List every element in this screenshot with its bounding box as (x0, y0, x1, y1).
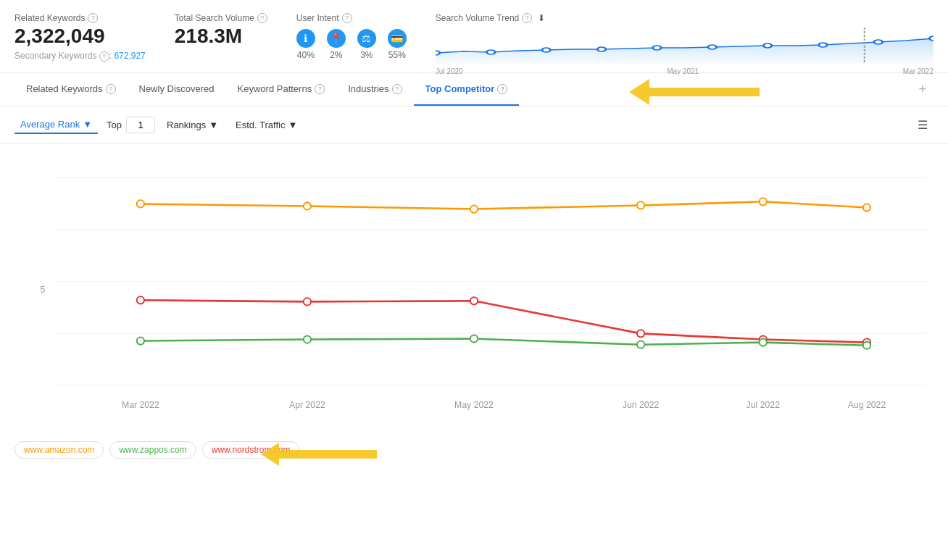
svg-point-7 (819, 43, 827, 47)
svg-point-27 (760, 198, 767, 205)
avg-rank-chevron-icon: ▼ (83, 119, 92, 130)
metrics-section: Related Keywords ? 2,322,049 Secondary K… (0, 0, 948, 73)
toolbar: Average Rank ▼ Top 1 Rankings ▼ Estd. Tr… (0, 106, 948, 144)
amazon-link[interactable]: www.amazon.com (24, 445, 94, 455)
chart-menu-button[interactable]: ☰ (912, 115, 934, 135)
svg-marker-11 (629, 79, 760, 105)
total-search-volume-value: 218.3M (175, 25, 267, 48)
intent-transactional: 💳 55% (388, 29, 407, 60)
related-keywords-label: Related Keywords ? (14, 13, 146, 23)
rankings-dropdown[interactable]: Rankings ▼ (161, 117, 224, 133)
svg-text:Mar 2022: Mar 2022 (122, 400, 159, 410)
intent-trans-icon: 💳 (388, 29, 407, 48)
svg-text:Jul 2022: Jul 2022 (747, 400, 781, 410)
user-intent-info-icon[interactable]: ? (342, 13, 352, 23)
user-intent-metric: User Intent ? ℹ 40% 📍 2% ⚖ 3% 💳 55% (296, 13, 407, 60)
top-value-input[interactable]: 1 (126, 117, 155, 133)
svg-point-36 (304, 335, 311, 343)
zappos-link[interactable]: www.zappos.com (119, 445, 186, 455)
total-search-volume-info-icon[interactable]: ? (257, 13, 267, 23)
top-input-group: Top 1 (107, 117, 155, 133)
legend-nordstrom[interactable]: www.nordstrom.com (202, 441, 300, 459)
svg-point-39 (760, 339, 767, 346)
svg-point-26 (637, 201, 644, 209)
intent-navigational: 📍 2% (327, 29, 346, 60)
tab-patterns-info-icon[interactable]: ? (315, 84, 325, 94)
related-keywords-info-icon[interactable]: ? (88, 13, 98, 23)
intent-commercial: ⚖ 3% (357, 29, 376, 60)
related-keywords-value: 2,322,049 (14, 25, 146, 48)
svg-point-25 (470, 205, 478, 212)
tab-top-competitor[interactable]: Top Competitor ? (414, 73, 520, 106)
svg-point-35 (137, 337, 144, 344)
svg-point-31 (470, 297, 478, 304)
yellow-arrow-top (629, 79, 760, 107)
svg-point-28 (863, 204, 870, 211)
intent-icons-group: ℹ 40% 📍 2% ⚖ 3% 💳 55% (296, 29, 407, 60)
chart-section: 5 Mar 2022 Apr 2022 May 2022 Jun 2022 Ju… (0, 144, 948, 434)
svg-point-4 (653, 46, 661, 50)
svg-point-30 (304, 298, 311, 305)
intent-comm-pct: 3% (360, 50, 373, 60)
average-rank-dropdown[interactable]: Average Rank ▼ (14, 116, 98, 134)
svg-point-32 (637, 330, 644, 337)
y-axis-label: 5 (40, 285, 45, 295)
intent-informational: ℹ 40% (296, 29, 315, 60)
legend-zappos[interactable]: www.zappos.com (109, 441, 196, 459)
total-search-volume-metric: Total Search Volume ? 218.3M (175, 13, 267, 48)
tabs-section: Related Keywords ? Newly Discovered Keyw… (0, 73, 948, 106)
tab-keyword-patterns[interactable]: Keyword Patterns ? (226, 73, 337, 106)
svg-text:Aug 2022: Aug 2022 (848, 400, 886, 410)
legend-section: www.amazon.com www.zappos.com www.nordst… (0, 434, 948, 466)
trend-download-icon[interactable]: ⬇ (538, 13, 545, 23)
tab-newly-discovered[interactable]: Newly Discovered (128, 73, 226, 106)
search-volume-trend: Search Volume Trend ? ⬇ (436, 13, 934, 64)
estd-traffic-chevron-icon: ▼ (288, 120, 297, 130)
tab-industries-info-icon[interactable]: ? (392, 84, 402, 94)
svg-point-29 (137, 296, 144, 304)
rankings-chevron-icon: ▼ (209, 120, 218, 130)
secondary-keywords-info-icon[interactable]: ? (99, 51, 109, 62)
intent-info-pct: 40% (297, 50, 315, 60)
svg-point-40 (863, 342, 870, 349)
tab-related-keywords[interactable]: Related Keywords ? (14, 73, 128, 106)
intent-trans-pct: 55% (388, 50, 406, 60)
svg-point-38 (637, 341, 644, 348)
intent-info-icon: ℹ (296, 29, 315, 48)
tab-industries[interactable]: Industries ? (336, 73, 413, 106)
estd-traffic-dropdown[interactable]: Estd. Traffic ▼ (230, 117, 303, 133)
svg-point-3 (597, 47, 605, 51)
svg-point-5 (708, 45, 716, 49)
related-keywords-metric: Related Keywords ? 2,322,049 Secondary K… (14, 13, 146, 62)
add-tab-button[interactable]: + (911, 75, 934, 104)
svg-text:Jun 2022: Jun 2022 (623, 400, 660, 410)
svg-point-8 (874, 40, 882, 44)
svg-point-23 (137, 200, 144, 207)
svg-point-1 (486, 50, 494, 54)
chart-container: 5 Mar 2022 Apr 2022 May 2022 Jun 2022 Ju… (14, 151, 934, 427)
legend-amazon[interactable]: www.amazon.com (14, 441, 104, 459)
intent-comm-icon: ⚖ (357, 29, 376, 48)
secondary-keywords-sub: Secondary Keywords ?: 672,927 (14, 51, 146, 62)
svg-text:May 2022: May 2022 (454, 400, 494, 410)
tab-competitor-info-icon[interactable]: ? (497, 84, 507, 94)
total-search-volume-label: Total Search Volume ? (175, 13, 267, 23)
svg-point-24 (304, 202, 311, 209)
trend-chart: Jul 2020 May 2021 Mar 2022 (436, 28, 934, 64)
intent-nav-icon: 📍 (327, 29, 346, 48)
svg-point-0 (436, 51, 440, 55)
trend-info-icon[interactable]: ? (522, 13, 532, 23)
tab-related-info-icon[interactable]: ? (106, 84, 116, 94)
svg-point-37 (470, 335, 478, 342)
nordstrom-link[interactable]: www.nordstrom.com (212, 445, 291, 455)
svg-point-6 (763, 43, 771, 48)
user-intent-label: User Intent ? (296, 13, 407, 23)
svg-point-9 (929, 36, 934, 41)
secondary-keywords-link[interactable]: 672,927 (114, 51, 145, 61)
trend-label: Search Volume Trend ? ⬇ (436, 13, 934, 23)
intent-nav-pct: 2% (330, 50, 342, 60)
svg-point-2 (542, 48, 550, 52)
svg-text:Apr 2022: Apr 2022 (289, 400, 325, 410)
